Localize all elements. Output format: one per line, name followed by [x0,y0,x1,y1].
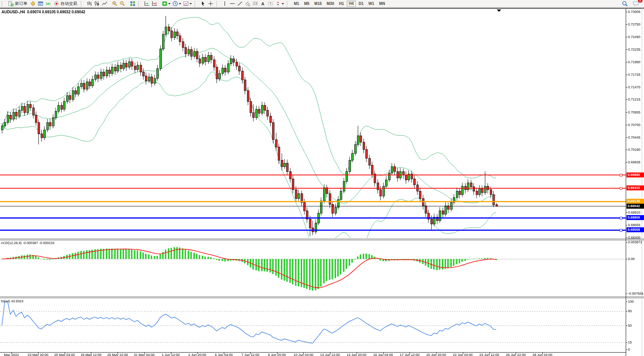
price-tick: 0.71470 [628,85,641,89]
price-tick: 0.71725 [628,73,641,77]
hline-label-0.68558[interactable]: 0.68558 [626,227,644,232]
time-label: 8 Jun 20:00 [268,353,286,356]
time-label: 6 Jun 04:00 [215,353,233,356]
price-tick: 0.70445 [628,136,641,140]
rsi-label: SI(14) 43.9324 [1,299,24,303]
price-tick: 0.68910 [628,211,641,215]
time-label: 29 May 22:00 [107,353,128,356]
rsi-level-label: 80 [628,309,632,313]
macd-label: ACD(12,26,9) -0.000387 -0.000233 [1,241,54,245]
time-label: 31 May 04:00 [134,353,155,356]
macd-scale-label: 0.003672 [628,240,642,244]
time-label: 10 Jun 04:00 [293,353,313,356]
ohlc-values: 0.69074 0.69105 0.69032 0.69042 [27,10,85,14]
hline-label-0.69680[interactable]: 0.69680 [626,172,644,177]
price-tick: 0.69935 [628,160,641,164]
rsi-level-label: 100 [628,300,634,304]
macd-scale-label: 0.00 [628,257,635,261]
mt4-terminal: { "window": { "title": { "symbol_period"… [0,0,644,356]
time-label: 17 Jun 12:00 [400,353,419,356]
price-tick: 0.71980 [628,60,641,64]
price-tick: 0.70700 [628,123,641,127]
hline-label-0.68806[interactable]: 0.68806 [626,215,644,220]
price-tick: 0.72490 [628,35,641,39]
price-tick: 0.72235 [628,48,641,52]
price-tick: 0.70955 [628,110,641,115]
current-price-label: 0.69042 [626,204,644,209]
time-label: 28 Jun 04:00 [532,353,552,356]
rsi-level-label: 0 [628,348,630,352]
macd-scale-label: -0.007656 [628,292,644,296]
rsi-level-label: 50 [628,324,632,328]
price-tick: 0.73005 [628,10,641,14]
chart-canvas[interactable] [0,0,644,356]
time-label: May 2022 [4,353,19,356]
time-label: 26 Jun 22:00 [506,353,526,356]
time-label: 7 Jun 12:00 [241,353,259,356]
hline-label-0.69139[interactable]: 0.69139 [626,199,644,204]
time-label: 2 Jun 20:00 [188,353,206,356]
time-label: 16 Jun 04:00 [373,353,393,356]
time-label: 13 Jun 12:00 [320,353,340,356]
time-label: 22 Jun 04:00 [453,353,473,356]
time-label: 1 Jun 12:00 [162,353,180,356]
price-tick: 0.71215 [628,97,641,102]
time-label: 20 Jun 20:00 [426,353,446,356]
chart-title: AUDUSD-,H4 0.69074 0.69105 0.69032 0.690… [2,10,85,14]
symbol-period: AUDUSD-,H4 [2,10,25,14]
price-tick: 0.68655 [628,223,641,227]
time-label: 14 Jun 20:00 [347,353,367,356]
time-label: 26 May 12:00 [81,353,102,356]
price-tick: 0.70190 [628,148,641,152]
time-label: 25 May 04:00 [54,353,75,356]
hline-label-0.69410[interactable]: 0.69410 [626,185,644,190]
time-label: 23 Jun 12:00 [479,353,499,356]
price-tick: 0.68400 [628,236,641,240]
rsi-level-label: 15 [628,340,632,345]
time-label: 23 May 20:00 [27,353,48,356]
price-tick: 0.72750 [628,22,641,27]
